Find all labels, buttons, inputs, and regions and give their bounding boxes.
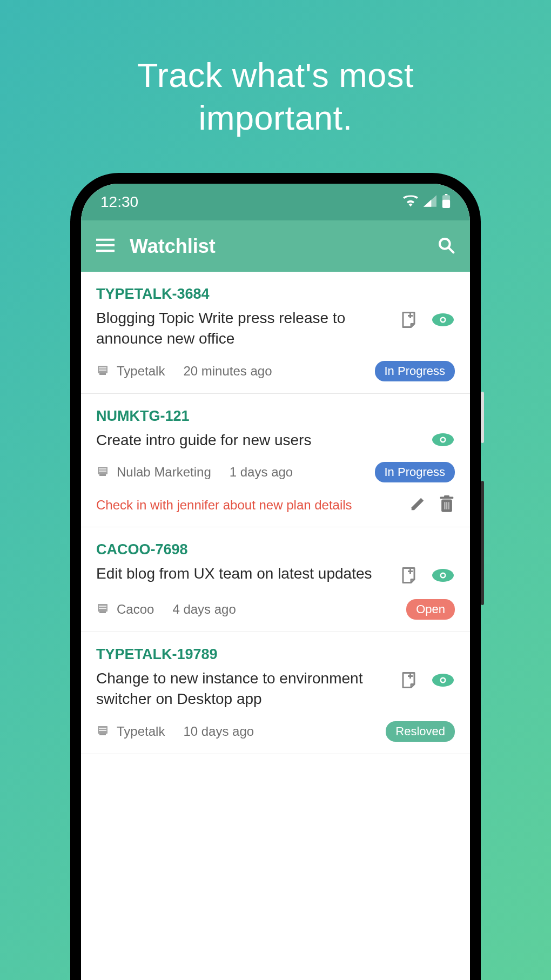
watchlist[interactable]: TYPETALK-3684Blogging Topic Write press … <box>81 272 470 754</box>
status-icons <box>403 194 451 210</box>
svg-rect-23 <box>99 474 106 476</box>
phone-screen: 12:30 Watchlist <box>81 184 470 980</box>
add-note-icon[interactable] <box>400 310 419 332</box>
status-time: 12:30 <box>100 193 138 211</box>
project-name: Typetalk <box>117 724 165 739</box>
svg-rect-14 <box>99 367 106 368</box>
svg-rect-29 <box>448 502 449 510</box>
svg-rect-28 <box>446 502 447 510</box>
svg-point-12 <box>441 318 445 321</box>
timestamp: 4 days ago <box>172 602 399 617</box>
svg-rect-0 <box>445 194 448 195</box>
svg-rect-38 <box>99 612 106 613</box>
menu-icon[interactable] <box>96 238 115 254</box>
list-item[interactable]: TYPETALK-3684Blogging Topic Write press … <box>81 272 470 394</box>
timestamp: 20 minutes ago <box>183 364 367 379</box>
svg-line-7 <box>448 247 453 252</box>
svg-rect-26 <box>444 495 449 498</box>
svg-rect-36 <box>99 606 106 607</box>
timestamp: 1 days ago <box>230 465 367 480</box>
list-item[interactable]: TYPETALK-19789Change to new instance to … <box>81 632 470 754</box>
svg-rect-27 <box>444 502 445 510</box>
trash-icon[interactable] <box>439 495 455 515</box>
battery-icon <box>442 194 451 210</box>
svg-rect-47 <box>99 734 106 735</box>
add-note-icon[interactable] <box>400 566 419 587</box>
svg-rect-15 <box>99 370 106 371</box>
svg-point-34 <box>441 574 445 577</box>
issue-key[interactable]: TYPETALK-19789 <box>96 646 455 663</box>
timestamp: 10 days ago <box>183 724 378 739</box>
svg-rect-22 <box>99 471 106 472</box>
svg-rect-37 <box>99 608 106 609</box>
svg-rect-2 <box>442 200 450 208</box>
svg-point-43 <box>441 679 445 682</box>
phone-volume-button <box>481 481 484 605</box>
project-icon <box>96 602 109 617</box>
issue-title: Edit blog from UX team on latest updates <box>96 563 390 584</box>
project-name: Nulab Marketing <box>117 465 211 480</box>
issue-title: Blogging Topic Write press release to an… <box>96 308 390 349</box>
issue-key[interactable]: NUMKTG-121 <box>96 408 455 425</box>
watch-icon[interactable] <box>431 312 455 330</box>
watch-icon[interactable] <box>431 568 455 585</box>
edit-icon[interactable] <box>409 496 426 514</box>
issue-title: Create intro guide for new users <box>96 430 421 451</box>
status-badge: Open <box>406 599 455 620</box>
list-item[interactable]: NUMKTG-121Create intro guide for new use… <box>81 394 470 528</box>
search-icon[interactable] <box>438 237 455 256</box>
signal-icon <box>424 195 436 209</box>
phone-frame: 12:30 Watchlist <box>70 173 481 980</box>
wifi-icon <box>403 195 418 209</box>
svg-point-19 <box>441 438 445 441</box>
status-bar: 12:30 <box>81 184 470 220</box>
watch-icon[interactable] <box>431 432 455 449</box>
add-note-icon[interactable] <box>400 670 419 692</box>
issue-key[interactable]: CACOO-7698 <box>96 541 455 558</box>
svg-rect-16 <box>99 373 106 375</box>
app-bar-title: Watchlist <box>130 235 438 258</box>
app-bar: Watchlist <box>81 220 470 272</box>
status-badge: In Progress <box>375 462 455 482</box>
project-icon <box>96 465 109 480</box>
status-badge: In Progress <box>375 361 455 381</box>
svg-rect-46 <box>99 730 106 731</box>
project-name: Typetalk <box>117 364 165 379</box>
status-badge: Resloved <box>386 721 455 742</box>
list-item[interactable]: CACOO-7698Edit blog from UX team on late… <box>81 527 470 632</box>
watch-icon[interactable] <box>431 673 455 690</box>
item-note: Check in with jennifer about new plan de… <box>96 498 397 513</box>
project-icon <box>96 724 109 739</box>
svg-rect-21 <box>99 468 106 469</box>
project-icon <box>96 364 109 379</box>
issue-title: Change to new instance to environment sw… <box>96 668 390 709</box>
hero-headline: Track what's mostimportant. <box>0 0 551 139</box>
project-name: Cacoo <box>117 602 154 617</box>
issue-key[interactable]: TYPETALK-3684 <box>96 286 455 303</box>
svg-rect-45 <box>99 728 106 729</box>
phone-power-button <box>481 392 484 443</box>
